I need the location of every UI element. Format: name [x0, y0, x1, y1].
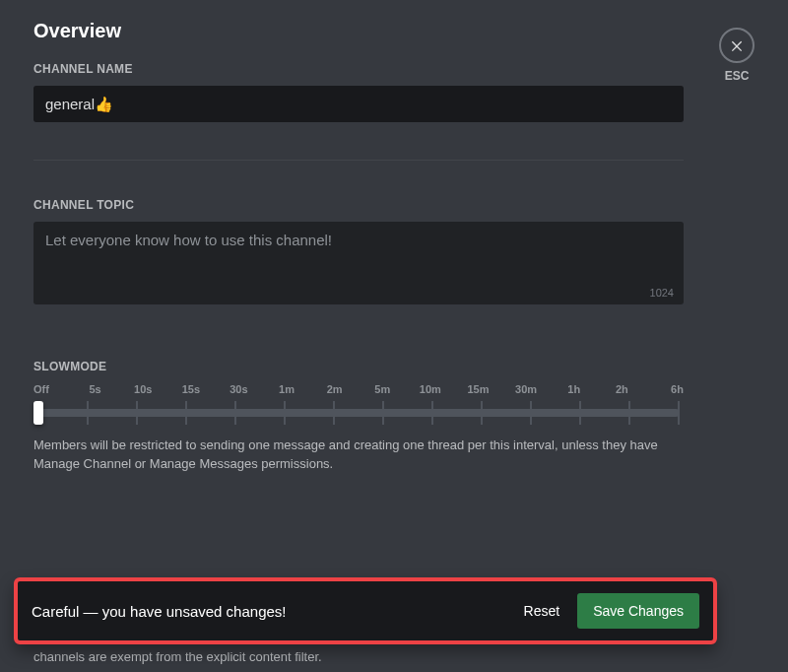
char-remaining: 1024 — [650, 287, 674, 299]
channel-topic-label: CHANNEL TOPIC — [33, 198, 755, 212]
channel-topic-input[interactable] — [33, 222, 684, 304]
save-changes-button[interactable]: Save Changes — [577, 593, 699, 629]
slowmode-help: Members will be restricted to sending on… — [33, 437, 684, 474]
escape-label: ESC — [725, 69, 750, 83]
slider-ticks — [37, 401, 680, 425]
slowmode-tick-labels: Off5s10s15s30s1m2m5m10m15m30m1h2h6h — [33, 383, 684, 395]
page-title: Overview — [33, 20, 755, 42]
divider — [33, 160, 684, 161]
slowmode-slider[interactable] — [33, 401, 684, 425]
close-icon — [729, 37, 745, 53]
toast-message: Careful — you have unsaved changes! — [32, 603, 287, 620]
background-text-fragment: channels are exempt from the explicit co… — [33, 649, 322, 664]
slowmode-label: SLOWMODE — [33, 360, 684, 373]
reset-button[interactable]: Reset — [524, 603, 560, 619]
close-button[interactable] — [719, 28, 755, 63]
channel-name-label: CHANNEL NAME — [33, 62, 755, 76]
unsaved-changes-toast: Careful — you have unsaved changes! Rese… — [14, 577, 717, 644]
slider-thumb[interactable] — [33, 401, 43, 425]
channel-name-input[interactable] — [33, 86, 684, 122]
